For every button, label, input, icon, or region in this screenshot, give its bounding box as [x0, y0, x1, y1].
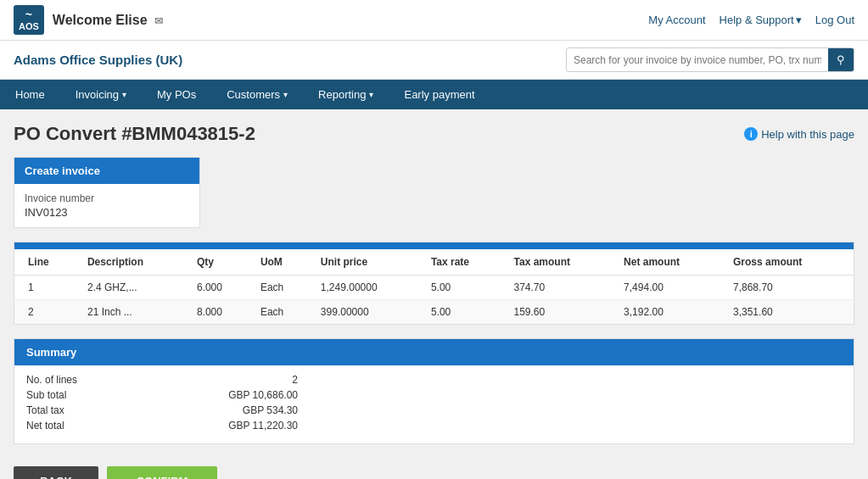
invoice-card-header: Create invoice — [14, 158, 199, 184]
cell-qty: 6.000 — [188, 276, 252, 300]
col-gross-amount: Gross amount — [725, 249, 854, 276]
nav-invoicing-label: Invoicing — [76, 88, 119, 101]
logo-icon: ~ — [25, 8, 32, 21]
cell-uom: Each — [252, 300, 312, 325]
cell-line: 1 — [14, 276, 79, 300]
cell-uom: Each — [252, 276, 312, 300]
cell-tax-rate: 5.00 — [423, 300, 506, 325]
summary-row: Net total GBP 11,220.30 — [26, 420, 298, 432]
col-unit-price: Unit price — [312, 249, 423, 276]
help-page-label: Help with this page — [761, 128, 854, 141]
summary-label: Total tax — [26, 404, 64, 416]
page-header: PO Convert #BMM043815-2 i Help with this… — [14, 123, 854, 145]
nav-early-payment-label: Early payment — [404, 88, 474, 101]
invoice-card-body: Invoice number INV0123 — [14, 184, 199, 227]
welcome-text: Welcome Elise ✉ — [53, 13, 163, 28]
summary-section: Summary No. of lines 2 Sub total GBP 10,… — [14, 338, 854, 444]
my-account-link[interactable]: My Account — [648, 14, 705, 26]
cell-qty: 8.000 — [188, 300, 252, 325]
main-content: PO Convert #BMM043815-2 i Help with this… — [0, 109, 868, 479]
top-bar-right: My Account Help & Support ▾ Log Out — [648, 14, 854, 26]
nav-mypos[interactable]: My POs — [142, 80, 211, 109]
nav-bar: Home Invoicing ▾ My POs Customers ▾ Repo… — [0, 80, 868, 109]
table-header-row: Line Description Qty UoM Unit price Tax … — [14, 249, 854, 276]
help-support-label: Help & Support — [720, 14, 794, 26]
col-qty: Qty — [188, 249, 252, 276]
help-chevron-icon: ▾ — [796, 14, 802, 26]
confirm-button[interactable]: CONFIRM — [107, 466, 217, 479]
company-bar: Adams Office Supplies (UK) ⚲ — [0, 41, 868, 80]
summary-row: Total tax GBP 534.30 — [26, 404, 298, 416]
customers-chevron-icon: ▾ — [283, 90, 288, 99]
invoice-number-label: Invoice number — [25, 192, 189, 204]
page-title: PO Convert #BMM043815-2 — [14, 123, 255, 145]
username: Elise — [115, 13, 147, 27]
search-box: ⚲ — [566, 47, 854, 72]
summary-label: Sub total — [26, 389, 66, 401]
summary-header: Summary — [14, 339, 854, 365]
summary-value: GBP 11,220.30 — [213, 420, 298, 432]
reporting-chevron-icon: ▾ — [369, 90, 373, 99]
cell-description: 2.4 GHZ,... — [79, 276, 188, 300]
summary-value: 2 — [213, 374, 298, 386]
mail-icon: ✉ — [154, 15, 163, 27]
table-header-bar — [14, 242, 854, 249]
nav-customers-label: Customers — [227, 88, 280, 101]
cell-net-amount: 3,192.00 — [615, 300, 725, 325]
nav-mypos-label: My POs — [157, 88, 196, 101]
welcome-label: Welcome — [53, 13, 112, 27]
col-line: Line — [14, 249, 79, 276]
logo-text: AOS — [19, 21, 39, 31]
nav-home-label: Home — [15, 88, 45, 101]
table-section: Line Description Qty UoM Unit price Tax … — [14, 242, 854, 325]
table-row: 2 21 Inch ... 8.000 Each 399.00000 5.00 … — [14, 300, 854, 325]
summary-label: Net total — [26, 420, 64, 432]
cell-line: 2 — [14, 300, 79, 325]
cell-description: 21 Inch ... — [79, 300, 188, 325]
col-description: Description — [79, 249, 188, 276]
invoice-table: Line Description Qty UoM Unit price Tax … — [14, 249, 854, 324]
cell-tax-amount: 159.60 — [506, 300, 616, 325]
table-row: 1 2.4 GHZ,... 6.000 Each 1,249.00000 5.0… — [14, 276, 854, 300]
summary-row: No. of lines 2 — [26, 374, 298, 386]
help-page-link[interactable]: i Help with this page — [744, 127, 854, 141]
top-bar: ~ AOS Welcome Elise ✉ My Account Help & … — [0, 0, 868, 41]
summary-body: No. of lines 2 Sub total GBP 10,686.00 T… — [14, 365, 854, 443]
button-row: BACK CONFIRM — [14, 458, 854, 479]
nav-reporting-label: Reporting — [318, 88, 366, 101]
col-net-amount: Net amount — [615, 249, 725, 276]
invoice-number-value: INV0123 — [25, 206, 189, 219]
cell-gross-amount: 3,351.60 — [725, 300, 854, 325]
nav-invoicing[interactable]: Invoicing ▾ — [60, 80, 142, 109]
logout-link[interactable]: Log Out — [815, 14, 854, 26]
cell-net-amount: 7,494.00 — [615, 276, 725, 300]
company-name: Adams Office Supplies (UK) — [14, 53, 182, 67]
top-bar-left: ~ AOS Welcome Elise ✉ — [14, 5, 163, 35]
col-uom: UoM — [252, 249, 312, 276]
cell-unit-price: 1,249.00000 — [312, 276, 423, 300]
summary-label: No. of lines — [26, 374, 77, 386]
cell-tax-rate: 5.00 — [423, 276, 506, 300]
invoicing-chevron-icon: ▾ — [122, 90, 126, 99]
col-tax-rate: Tax rate — [423, 249, 506, 276]
cell-unit-price: 399.00000 — [312, 300, 423, 325]
help-support-link[interactable]: Help & Support ▾ — [720, 14, 802, 26]
logo: ~ AOS — [14, 5, 44, 35]
search-input[interactable] — [567, 50, 828, 70]
invoice-card: Create invoice Invoice number INV0123 — [14, 157, 200, 228]
back-button[interactable]: BACK — [14, 466, 98, 479]
cell-tax-amount: 374.70 — [506, 276, 616, 300]
summary-value: GBP 10,686.00 — [213, 389, 298, 401]
nav-home[interactable]: Home — [0, 80, 60, 109]
cell-gross-amount: 7,868.70 — [725, 276, 854, 300]
search-button[interactable]: ⚲ — [828, 48, 854, 71]
nav-reporting[interactable]: Reporting ▾ — [303, 80, 389, 109]
col-tax-amount: Tax amount — [506, 249, 616, 276]
help-info-icon: i — [744, 127, 758, 141]
summary-value: GBP 534.30 — [213, 404, 298, 416]
nav-early-payment[interactable]: Early payment — [389, 80, 490, 109]
summary-row: Sub total GBP 10,686.00 — [26, 389, 298, 401]
nav-customers[interactable]: Customers ▾ — [211, 80, 303, 109]
